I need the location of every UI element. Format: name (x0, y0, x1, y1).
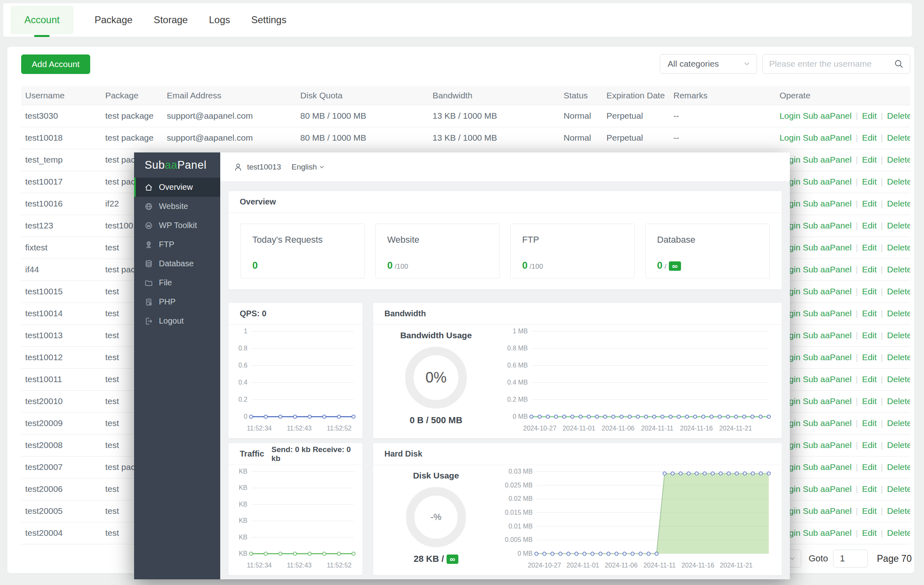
delete-link[interactable]: Delete (887, 221, 910, 230)
login-sub-aapanel-link[interactable]: Login Sub aaPanel (779, 111, 852, 120)
tab-storage[interactable]: Storage (154, 14, 188, 26)
login-sub-aapanel-link[interactable]: Login Sub aaPanel (779, 133, 852, 142)
delete-link[interactable]: Delete (887, 265, 910, 274)
login-sub-aapanel-link[interactable]: Login Sub aaPanel (779, 506, 852, 515)
edit-link[interactable]: Edit (862, 506, 876, 515)
delete-link[interactable]: Delete (887, 528, 910, 537)
edit-link[interactable]: Edit (862, 331, 876, 340)
login-sub-aapanel-link[interactable]: Login Sub aaPanel (779, 462, 852, 472)
delete-link[interactable]: Delete (887, 243, 910, 252)
delete-link[interactable]: Delete (887, 440, 910, 450)
login-sub-aapanel-link[interactable]: Login Sub aaPanel (779, 265, 852, 274)
edit-link[interactable]: Edit (862, 309, 876, 318)
edit-link[interactable]: Edit (862, 396, 876, 406)
edit-link[interactable]: Edit (862, 374, 876, 384)
language-select[interactable]: English (291, 163, 325, 172)
delete-link[interactable]: Delete (887, 155, 910, 164)
edit-link[interactable]: Edit (862, 484, 876, 494)
login-sub-aapanel-link[interactable]: Login Sub aaPanel (779, 221, 852, 230)
delete-link[interactable]: Delete (887, 177, 910, 186)
login-sub-aapanel-link[interactable]: Login Sub aaPanel (779, 352, 852, 362)
table-cell[interactable]: test20004 (21, 522, 101, 544)
table-cell[interactable]: test20006 (21, 478, 101, 500)
sidebar-item-database[interactable]: Database (134, 254, 220, 273)
table-cell[interactable]: fixtest (21, 237, 101, 259)
table-cell[interactable]: test10014 (21, 302, 101, 324)
delete-link[interactable]: Delete (887, 287, 910, 296)
delete-link[interactable]: Delete (887, 199, 910, 208)
edit-link[interactable]: Edit (862, 528, 876, 537)
delete-link[interactable]: Delete (887, 462, 910, 472)
search-input[interactable] (764, 59, 894, 69)
delete-link[interactable]: Delete (887, 133, 910, 142)
edit-link[interactable]: Edit (862, 243, 876, 252)
login-sub-aapanel-link[interactable]: Login Sub aaPanel (779, 528, 852, 537)
delete-link[interactable]: Delete (887, 352, 910, 362)
tab-account[interactable]: Account (11, 6, 74, 34)
delete-link[interactable]: Delete (887, 396, 910, 406)
table-cell[interactable]: test3030 (21, 105, 101, 127)
login-sub-aapanel-link[interactable]: Login Sub aaPanel (779, 155, 852, 164)
edit-link[interactable]: Edit (862, 111, 876, 120)
table-cell[interactable]: test10013 (21, 324, 101, 346)
sidebar-item-file[interactable]: File (134, 273, 220, 292)
delete-link[interactable]: Delete (887, 418, 910, 428)
tab-settings[interactable]: Settings (251, 14, 286, 26)
edit-link[interactable]: Edit (862, 287, 876, 296)
delete-link[interactable]: Delete (887, 111, 910, 120)
login-sub-aapanel-link[interactable]: Login Sub aaPanel (779, 287, 852, 296)
edit-link[interactable]: Edit (862, 418, 876, 428)
edit-link[interactable]: Edit (862, 352, 876, 362)
edit-link[interactable]: Edit (862, 221, 876, 230)
sidebar-item-ftp[interactable]: FTP (134, 235, 220, 254)
table-cell[interactable]: test_temp (21, 149, 101, 171)
login-sub-aapanel-link[interactable]: Login Sub aaPanel (779, 484, 852, 494)
login-sub-aapanel-link[interactable]: Login Sub aaPanel (779, 199, 852, 208)
table-cell[interactable]: test20005 (21, 500, 101, 522)
sidebar-item-php[interactable]: PHP (134, 292, 220, 311)
add-account-button[interactable]: Add Account (21, 54, 90, 74)
edit-link[interactable]: Edit (862, 462, 876, 472)
delete-link[interactable]: Delete (887, 374, 910, 384)
login-sub-aapanel-link[interactable]: Login Sub aaPanel (779, 374, 852, 384)
search-icon[interactable] (894, 59, 904, 69)
sidebar-item-website[interactable]: Website (134, 197, 220, 216)
table-cell[interactable]: if44 (21, 259, 101, 281)
category-filter-select[interactable]: All categories (660, 54, 757, 74)
tab-logs[interactable]: Logs (209, 14, 230, 26)
login-sub-aapanel-link[interactable]: Login Sub aaPanel (779, 309, 852, 318)
edit-link[interactable]: Edit (862, 199, 876, 208)
edit-link[interactable]: Edit (862, 177, 876, 186)
login-sub-aapanel-link[interactable]: Login Sub aaPanel (779, 243, 852, 252)
sidebar-item-overview[interactable]: Overview (134, 178, 220, 197)
table-cell[interactable]: test20009 (21, 412, 101, 434)
delete-link[interactable]: Delete (887, 506, 910, 515)
table-cell[interactable]: test10018 (21, 127, 101, 149)
sidebar-item-wp-toolkit[interactable]: WP Toolkit (134, 216, 220, 235)
login-sub-aapanel-link[interactable]: Login Sub aaPanel (779, 440, 852, 450)
goto-page-input[interactable] (833, 550, 868, 568)
traffic-panel-title: Traffic (240, 449, 264, 459)
table-cell[interactable]: test20010 (21, 390, 101, 412)
edit-link[interactable]: Edit (862, 155, 876, 164)
login-sub-aapanel-link[interactable]: Login Sub aaPanel (779, 331, 852, 340)
table-cell[interactable]: test10012 (21, 346, 101, 368)
table-cell[interactable]: test10016 (21, 193, 101, 215)
login-sub-aapanel-link[interactable]: Login Sub aaPanel (779, 418, 852, 428)
table-cell[interactable]: test10017 (21, 171, 101, 193)
edit-link[interactable]: Edit (862, 265, 876, 274)
login-sub-aapanel-link[interactable]: Login Sub aaPanel (779, 177, 852, 186)
delete-link[interactable]: Delete (887, 331, 910, 340)
login-sub-aapanel-link[interactable]: Login Sub aaPanel (779, 396, 852, 406)
table-cell[interactable]: test20008 (21, 434, 101, 456)
table-cell[interactable]: test10011 (21, 368, 101, 390)
table-cell[interactable]: test10015 (21, 281, 101, 302)
delete-link[interactable]: Delete (887, 309, 910, 318)
tab-package[interactable]: Package (95, 14, 132, 26)
table-cell[interactable]: test20007 (21, 456, 101, 478)
edit-link[interactable]: Edit (862, 440, 876, 450)
delete-link[interactable]: Delete (887, 484, 910, 494)
table-cell[interactable]: test123 (21, 215, 101, 237)
sidebar-item-logout[interactable]: Logout (134, 311, 220, 331)
edit-link[interactable]: Edit (862, 133, 876, 142)
